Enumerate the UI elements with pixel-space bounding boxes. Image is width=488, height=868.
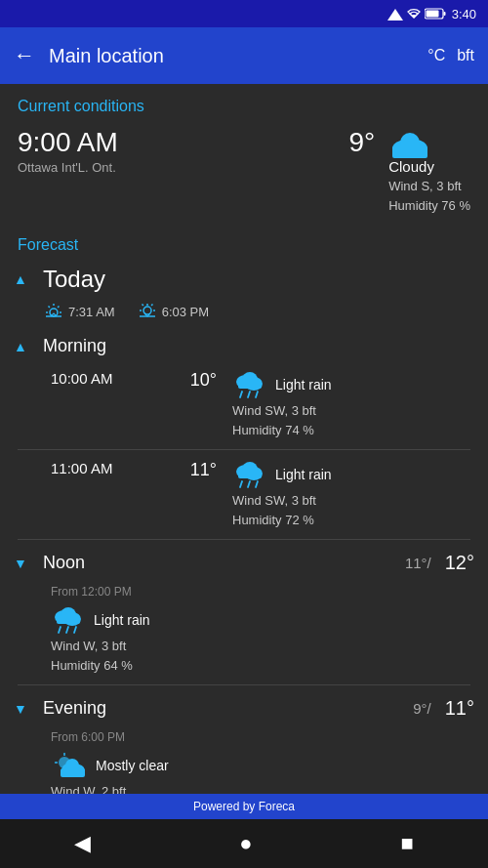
hour-11am-wind: Wind SW, 3 bft — [232, 491, 316, 511]
svg-line-34 — [248, 481, 250, 487]
svg-rect-7 — [392, 146, 427, 158]
forecast-header: Forecast — [0, 227, 488, 258]
rain-icon-10am — [232, 370, 267, 399]
battery-icon — [425, 8, 446, 20]
partly-cloudy-icon — [51, 751, 88, 780]
hour-10am-icon-label: Light rain — [232, 370, 332, 399]
svg-line-20 — [151, 305, 152, 306]
svg-line-28 — [256, 392, 258, 397]
evening-icon-label: Mostly clear — [51, 751, 169, 780]
morning-collapse-icon[interactable]: ▲ — [14, 339, 33, 354]
evening-icon-block: Mostly clear Wind W, 2 bft — [51, 751, 169, 794]
current-icon-info: Cloudy Wind S, 3 bft Humidity 76 % — [388, 127, 470, 215]
nav-home-button[interactable]: ● — [239, 831, 252, 856]
svg-line-13 — [58, 307, 59, 308]
current-time: 9:00 AM — [18, 127, 118, 158]
rain-icon-11am — [232, 460, 267, 489]
evening-collapse-icon[interactable]: ▼ — [14, 701, 33, 717]
sunrise-item: 7:31 AM — [45, 303, 115, 320]
divider-3 — [18, 684, 470, 685]
svg-rect-3 — [426, 11, 438, 18]
noon-condition: Light rain — [94, 612, 150, 628]
sunset-time: 6:03 PM — [162, 305, 209, 319]
current-condition-label: Cloudy — [388, 158, 434, 175]
svg-line-41 — [66, 627, 68, 633]
noon-period-row[interactable]: ▼ Noon 11°/ 12° — [0, 544, 488, 582]
svg-rect-2 — [443, 12, 445, 16]
powered-by-text: Powered by Foreca — [193, 800, 295, 813]
svg-rect-51 — [61, 768, 85, 777]
divider-1 — [18, 449, 470, 450]
noon-temp-range: 11°/ — [405, 555, 431, 571]
hour-11am-temp: 11° — [158, 460, 217, 480]
current-location: Ottawa Int'L. Ont. — [18, 160, 118, 175]
today-row[interactable]: ▲ Today — [0, 258, 488, 301]
hour-11am-condition: Light rain — [275, 467, 332, 482]
svg-point-15 — [143, 307, 151, 314]
svg-marker-0 — [387, 9, 403, 21]
svg-line-40 — [59, 627, 61, 633]
page-title: Main location — [49, 45, 414, 67]
svg-line-12 — [49, 307, 50, 308]
rain-icon-noon — [51, 605, 86, 635]
current-conditions-header: Current conditions — [0, 84, 488, 121]
back-button[interactable]: ← — [14, 43, 35, 68]
sunrise-time: 7:31 AM — [68, 305, 115, 319]
status-time: 3:40 — [452, 7, 476, 21]
current-right: 9° Cloudy Wind S, 3 bft Humidity 76 % — [348, 127, 470, 215]
nav-recent-button[interactable]: ■ — [401, 831, 414, 856]
evening-period-row[interactable]: ▼ Evening 9°/ 11° — [0, 689, 488, 727]
current-temp: 9° — [348, 127, 375, 158]
hour-10am-icon-block: Light rain Wind SW, 3 bft Humidity 74 % — [232, 370, 332, 439]
noon-icon-block: Light rain Wind W, 3 bft Humidity 64 % — [51, 605, 150, 675]
cloud-icon — [388, 127, 431, 158]
hour-10am-humidity: Humidity 74 % — [232, 421, 314, 440]
svg-line-42 — [74, 627, 76, 633]
today-collapse-icon[interactable]: ▲ — [14, 271, 33, 287]
noon-weather-row: Light rain Wind W, 3 bft Humidity 64 % — [0, 603, 488, 681]
nav-bar: ◀ ● ■ — [0, 819, 488, 868]
svg-line-33 — [240, 481, 242, 487]
current-left: 9:00 AM Ottawa Int'L. Ont. — [18, 127, 118, 175]
temp-unit-button[interactable]: °C — [427, 47, 445, 64]
hour-10am-row: 10:00 AM 10° Light rain Wind SW, 3 bft H… — [0, 364, 488, 445]
noon-collapse-icon[interactable]: ▼ — [14, 556, 33, 571]
current-wind: Wind S, 3 bft — [388, 177, 461, 196]
noon-humidity: Humidity 64 % — [51, 656, 133, 676]
morning-label: Morning — [43, 336, 474, 356]
evening-temp-range: 9°/ — [413, 700, 431, 717]
svg-line-27 — [248, 392, 250, 397]
sun-row: 7:31 AM 6:03 PM — [0, 301, 488, 328]
current-humidity: Humidity 76 % — [388, 196, 470, 216]
morning-period-row[interactable]: ▲ Morning — [0, 328, 488, 364]
unit-controls: °C bft — [427, 47, 474, 64]
hour-10am-temp: 10° — [158, 370, 217, 391]
hour-11am-icon-label: Light rain — [232, 460, 332, 489]
evening-wind: Wind W, 2 bft — [51, 782, 126, 794]
signal-icon — [387, 7, 403, 21]
noon-wind: Wind W, 3 bft — [51, 637, 126, 656]
svg-line-35 — [256, 481, 258, 487]
hour-11am-time: 11:00 AM — [51, 460, 158, 476]
svg-rect-25 — [238, 381, 262, 389]
hour-10am-condition: Light rain — [275, 377, 332, 393]
wind-unit-button[interactable]: bft — [457, 47, 474, 64]
hour-11am-icon-block: Light rain Wind SW, 3 bft Humidity 72 % — [232, 460, 332, 529]
svg-rect-39 — [57, 616, 80, 624]
sunset-icon — [139, 303, 156, 320]
status-icons — [387, 7, 446, 21]
status-bar: 3:40 — [0, 0, 488, 27]
sunrise-icon — [45, 303, 62, 320]
noon-label: Noon — [43, 553, 395, 573]
svg-point-8 — [50, 309, 58, 316]
main-content: Current conditions 9:00 AM Ottawa Int'L.… — [0, 84, 488, 794]
evening-label: Evening — [43, 698, 403, 719]
nav-back-button[interactable]: ◀ — [74, 831, 91, 856]
hour-11am-row: 11:00 AM 11° Light rain Wind SW, 3 bft H… — [0, 454, 488, 535]
today-label: Today — [43, 266, 105, 293]
evening-weather-row: Mostly clear Wind W, 2 bft — [0, 749, 488, 794]
noon-icon-label: Light rain — [51, 605, 150, 635]
current-conditions-block: 9:00 AM Ottawa Int'L. Ont. 9° Cloudy Win… — [0, 121, 488, 227]
evening-sublabel: From 6:00 PM — [51, 730, 125, 744]
hour-10am-time: 10:00 AM — [51, 370, 158, 387]
